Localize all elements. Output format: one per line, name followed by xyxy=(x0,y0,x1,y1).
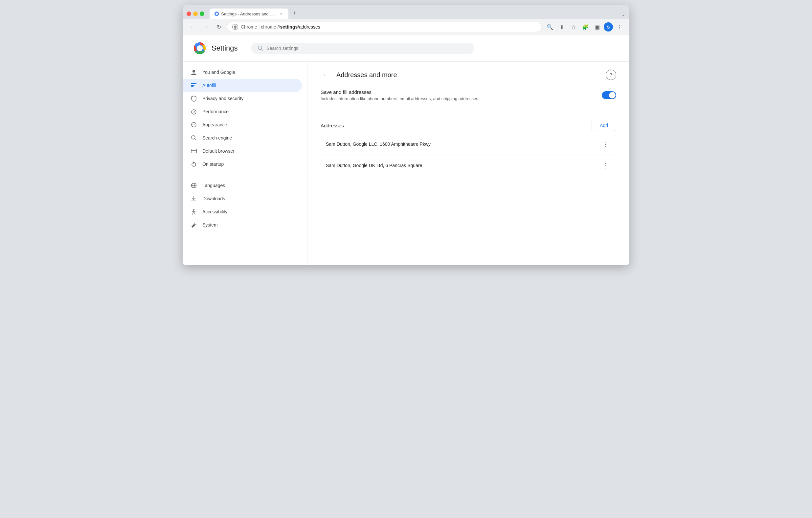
toggle-thumb xyxy=(609,92,615,98)
sidebar-item-appearance[interactable]: Appearance xyxy=(183,118,302,131)
svg-rect-11 xyxy=(191,86,194,87)
addresses-header: Addresses Add xyxy=(321,120,616,131)
chrome-logo xyxy=(193,42,206,55)
browser-window: Settings - Addresses and more × + ⌄ ← → … xyxy=(183,5,629,265)
address-text-1: Sam Dutton, Google LLC, 1600 Amphitheatr… xyxy=(326,142,431,147)
content-title: Addresses and more xyxy=(336,71,397,79)
tab-close-button[interactable]: × xyxy=(279,11,284,17)
sidebar-label-appearance: Appearance xyxy=(202,122,227,127)
globe-icon xyxy=(191,182,197,189)
gauge-icon xyxy=(191,108,197,115)
refresh-button[interactable]: ↻ xyxy=(213,22,224,32)
zoom-search-button[interactable]: 🔍 xyxy=(545,22,555,32)
traffic-lights xyxy=(186,11,204,16)
traffic-light-yellow[interactable] xyxy=(193,11,198,16)
address-bar[interactable]: Chrome | chrome://settings/addresses xyxy=(227,22,542,32)
toggle-label: Save and fill addresses xyxy=(321,89,478,95)
wrench-icon xyxy=(191,221,197,228)
browser-icon xyxy=(191,148,197,154)
address-menu-button-1[interactable]: ⋮ xyxy=(601,139,611,149)
svg-line-7 xyxy=(261,49,263,51)
tabs-row: Settings - Addresses and more × + ⌄ xyxy=(209,8,626,19)
sidebar-item-search-engine[interactable]: Search engine xyxy=(183,131,302,145)
profile-avatar[interactable]: S xyxy=(604,22,613,32)
address-host: settings xyxy=(280,24,298,30)
svg-rect-10 xyxy=(191,85,195,86)
sidebar-label-downloads: Downloads xyxy=(202,196,225,201)
address-list: Sam Dutton, Google LLC, 1600 Amphitheatr… xyxy=(321,133,616,176)
autofill-icon xyxy=(191,82,197,89)
sidebar-label-accessibility: Accessibility xyxy=(202,209,227,214)
extensions-button[interactable]: 🧩 xyxy=(580,22,590,32)
chrome-menu-button[interactable]: ⋮ xyxy=(614,22,625,32)
power-icon xyxy=(191,161,197,167)
content-header: ← Addresses and more ? xyxy=(321,69,616,80)
svg-point-17 xyxy=(194,126,194,126)
svg-line-13 xyxy=(194,111,195,112)
forward-nav-button[interactable]: → xyxy=(200,22,211,32)
sidebar-item-privacy-security[interactable]: Privacy and security xyxy=(183,92,302,105)
sidebar-item-accessibility[interactable]: Accessibility xyxy=(183,205,302,218)
svg-rect-9 xyxy=(191,83,197,84)
save-addresses-toggle[interactable] xyxy=(602,91,616,99)
sidebar-label-languages: Languages xyxy=(202,183,225,188)
sidebar-item-system[interactable]: System xyxy=(183,218,302,232)
active-tab[interactable]: Settings - Addresses and more × xyxy=(209,8,288,19)
accessibility-icon xyxy=(191,209,197,215)
address-path: /addresses xyxy=(298,24,320,30)
tab-title: Settings - Addresses and more xyxy=(221,11,277,17)
palette-icon xyxy=(191,121,197,128)
svg-point-5 xyxy=(197,46,202,51)
sidebar-divider xyxy=(183,175,307,175)
add-address-button[interactable]: Add xyxy=(591,120,616,131)
save-fill-addresses-section: Save and fill addresses Includes informa… xyxy=(321,89,616,109)
share-button[interactable]: ⬆ xyxy=(556,22,567,32)
toggle-info: Save and fill addresses Includes informa… xyxy=(321,89,478,101)
help-button[interactable]: ? xyxy=(606,69,616,80)
address-item-1[interactable]: Sam Dutton, Google LLC, 1600 Amphitheatr… xyxy=(321,133,616,155)
svg-point-16 xyxy=(195,124,195,124)
page-content: Settings You and Google xyxy=(183,35,629,265)
security-icon xyxy=(232,24,238,30)
address-item-2[interactable]: Sam Dutton, Google UK Ltd, 6 Pancras Squ… xyxy=(321,155,616,176)
address-scheme: Chrome | chrome:// xyxy=(241,24,280,30)
search-input[interactable] xyxy=(267,45,468,51)
traffic-light-red[interactable] xyxy=(186,11,191,16)
tab-favicon xyxy=(214,11,219,17)
sidebar-label-autofill: Autofill xyxy=(202,83,216,88)
address-menu-button-2[interactable]: ⋮ xyxy=(601,160,611,171)
traffic-light-green[interactable] xyxy=(200,11,204,16)
sidebar-item-languages[interactable]: Languages xyxy=(183,179,302,192)
sidebar-label-search-engine: Search engine xyxy=(202,135,232,141)
sidebar-label-privacy: Privacy and security xyxy=(202,96,243,101)
back-nav-button[interactable]: ← xyxy=(187,22,198,32)
sidebar-item-default-browser[interactable]: Default browser xyxy=(183,145,302,158)
sidebar-item-on-startup[interactable]: On startup xyxy=(183,158,302,171)
sidebar-label-performance: Performance xyxy=(202,109,229,114)
toggle-row: Save and fill addresses Includes informa… xyxy=(321,89,616,101)
sidebar: You and Google Autofill Privacy and secu… xyxy=(183,62,308,265)
sidebar-item-performance[interactable]: Performance xyxy=(183,105,302,118)
sidebar-label-system: System xyxy=(202,222,218,227)
settings-header: Settings xyxy=(183,35,629,62)
sidebar-toggle-button[interactable]: ▣ xyxy=(592,22,603,32)
svg-line-33 xyxy=(195,213,195,214)
back-button[interactable]: ← xyxy=(321,69,331,80)
bookmark-button[interactable]: ☆ xyxy=(568,22,579,32)
address-bar-text: Chrome | chrome://settings/addresses xyxy=(241,24,320,30)
addresses-section: Addresses Add Sam Dutton, Google LLC, 16… xyxy=(321,120,616,176)
person-icon xyxy=(191,69,197,75)
toggle-track xyxy=(602,91,616,99)
sidebar-item-downloads[interactable]: Downloads xyxy=(183,192,302,205)
new-tab-button[interactable]: + xyxy=(290,8,299,18)
toolbar-icons: 🔍 ⬆ ☆ 🧩 ▣ S ⋮ xyxy=(545,22,625,32)
sidebar-label-default-browser: Default browser xyxy=(202,148,235,154)
addresses-label: Addresses xyxy=(321,123,344,128)
tab-list-chevron[interactable]: ⌄ xyxy=(621,12,626,17)
search-icon xyxy=(258,45,263,51)
search-box[interactable] xyxy=(251,43,474,54)
sidebar-item-you-and-google[interactable]: You and Google xyxy=(183,66,302,79)
title-bar: Settings - Addresses and more × + ⌄ xyxy=(183,5,629,19)
sidebar-item-autofill[interactable]: Autofill xyxy=(183,79,302,92)
nav-bar: ← → ↻ Chrome | chrome://settings/address… xyxy=(183,19,629,35)
